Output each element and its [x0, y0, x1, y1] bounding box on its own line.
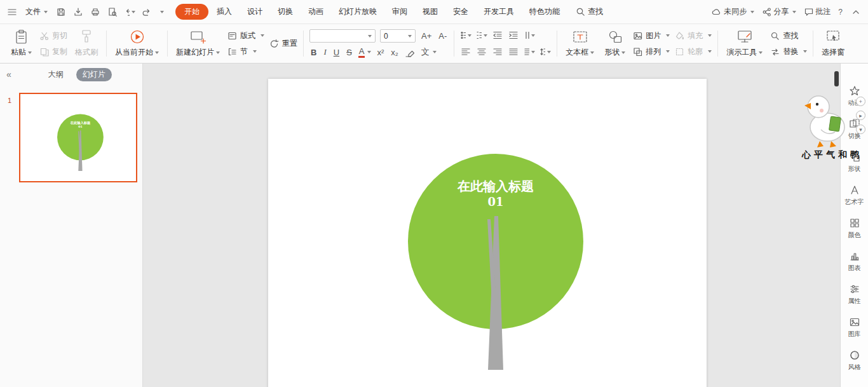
underline-button[interactable]: U: [332, 48, 341, 57]
file-menu[interactable]: 文件: [23, 6, 50, 17]
tab-design[interactable]: 设计: [240, 4, 269, 20]
undo-button[interactable]: [124, 6, 135, 18]
ribbon: 粘贴 剪切 复制 格式刷 从当前开始 新建幻灯片: [0, 24, 868, 64]
collapse-panel-button[interactable]: «: [6, 69, 11, 79]
align-right-button[interactable]: [492, 46, 503, 58]
picture-button[interactable]: 图片: [633, 31, 670, 41]
tab-transition[interactable]: 切换: [271, 4, 300, 20]
font-color-button[interactable]: A: [358, 46, 372, 58]
redo-button[interactable]: [141, 6, 153, 18]
play-from-current-button[interactable]: 从当前开始: [112, 28, 161, 59]
clear-format-button[interactable]: [404, 46, 416, 58]
tab-view[interactable]: 视图: [416, 4, 445, 20]
section-button[interactable]: 节: [227, 46, 264, 57]
help-button[interactable]: ?: [838, 8, 843, 17]
tab-review[interactable]: 审阅: [385, 4, 414, 20]
slide-subtitle[interactable]: 01: [487, 195, 503, 208]
mascot-add-button[interactable]: +: [856, 97, 865, 106]
superscript-button[interactable]: x²: [376, 48, 385, 57]
tab-slides-pane[interactable]: 幻灯片: [76, 68, 112, 81]
paragraph-group: [454, 26, 557, 61]
chevron-down-icon: [132, 11, 135, 13]
rightbar-color[interactable]: 颜色: [841, 217, 868, 250]
hamburger-menu-icon[interactable]: [6, 6, 18, 18]
scrollbar-thumb[interactable]: [834, 71, 839, 86]
print-icon[interactable]: [90, 6, 101, 18]
reset-label: 重置: [282, 38, 297, 49]
rightbar-properties[interactable]: 属性: [841, 283, 868, 316]
slide-thumbnail[interactable]: 在此输入标题 01: [19, 93, 137, 182]
decrease-indent-button[interactable]: [492, 30, 503, 41]
paste-button[interactable]: 粘贴: [8, 28, 34, 59]
justify-button[interactable]: [508, 46, 519, 58]
tab-security[interactable]: 安全: [446, 4, 475, 20]
cut-button[interactable]: 剪切: [39, 31, 67, 41]
outline-button[interactable]: 轮廓: [675, 46, 712, 57]
print-preview-icon[interactable]: [107, 6, 118, 18]
strikethrough-button[interactable]: S: [345, 48, 353, 57]
layout-button[interactable]: 版式: [227, 31, 264, 41]
section-icon: [227, 47, 237, 57]
textbox-button[interactable]: 文本框: [563, 28, 597, 59]
text-direction-button[interactable]: [524, 30, 535, 41]
slide-canvas[interactable]: 在此输入标题 01: [268, 79, 707, 387]
presentation-tools-button[interactable]: 演示工具: [724, 28, 765, 59]
shapes-button[interactable]: 形状: [602, 28, 628, 59]
distribute-button[interactable]: [524, 46, 535, 58]
reset-button[interactable]: 重置: [269, 38, 297, 49]
font-size-combobox[interactable]: 0: [380, 29, 416, 43]
font-name-combobox[interactable]: [309, 29, 376, 43]
sync-status[interactable]: 未同步: [711, 6, 754, 17]
share-button[interactable]: 分享: [762, 6, 796, 17]
find-button[interactable]: 查找: [770, 31, 807, 41]
assistant-mascot[interactable]: + ▸ ▾ 心平气和鸭: [802, 88, 868, 161]
tab-special-features[interactable]: 特色功能: [522, 4, 567, 20]
editing-canvas[interactable]: 在此输入标题 01: [143, 64, 840, 387]
phonetic-guide-button[interactable]: 文: [420, 46, 437, 58]
replace-button[interactable]: 替换: [770, 46, 807, 57]
copy-button[interactable]: 复制: [39, 46, 67, 57]
mascot-play-button[interactable]: ▸: [856, 111, 865, 120]
align-center-button[interactable]: [476, 46, 487, 58]
selection-pane-button[interactable]: 选择窗: [819, 28, 847, 59]
comment-button[interactable]: 批注: [804, 6, 831, 17]
align-left-button[interactable]: [460, 46, 471, 58]
arrange-button[interactable]: 排列: [633, 46, 670, 57]
tab-animation[interactable]: 动画: [301, 4, 330, 20]
bold-button[interactable]: B: [309, 48, 318, 57]
rightbar-chart[interactable]: 图表: [841, 250, 868, 283]
new-slide-button[interactable]: 新建幻灯片: [173, 28, 222, 59]
format-painter-button[interactable]: 格式刷: [72, 28, 100, 59]
tree-graphic[interactable]: 在此输入标题 01: [268, 79, 707, 387]
collapse-ribbon-icon[interactable]: [850, 6, 862, 18]
tab-devtools[interactable]: 开发工具: [477, 4, 521, 20]
tab-slideshow[interactable]: 幻灯片放映: [332, 4, 384, 20]
tab-insert[interactable]: 插入: [210, 4, 239, 20]
chevron-down-icon: [216, 51, 220, 54]
decrease-font-button[interactable]: A-: [437, 31, 448, 41]
increase-indent-button[interactable]: [508, 30, 519, 41]
more-commands-chevron-icon[interactable]: [160, 11, 164, 13]
line-spacing-button[interactable]: [539, 46, 551, 58]
tab-outline-pane[interactable]: 大纲: [42, 68, 70, 81]
rightbar-wordart[interactable]: 艺术字: [841, 184, 868, 217]
presentation-tools-icon: [737, 29, 752, 44]
export-icon[interactable]: [72, 6, 84, 18]
increase-font-button[interactable]: A+: [420, 31, 433, 41]
find-command[interactable]: 查找: [576, 6, 603, 17]
italic-button[interactable]: I: [322, 47, 327, 57]
subscript-button[interactable]: x₂: [390, 48, 400, 57]
fill-button[interactable]: 填充: [675, 31, 712, 41]
rightbar-style[interactable]: 风格: [841, 350, 868, 383]
bullets-button[interactable]: [460, 30, 471, 41]
titlebar: 文件 开始 插入 设计 切换 动画 幻灯片放映 审阅 视图 安全 开发工具: [0, 0, 868, 24]
chevron-down-icon: [666, 50, 670, 53]
slide-title[interactable]: 在此输入标题: [457, 179, 534, 194]
tab-home[interactable]: 开始: [175, 4, 208, 20]
rightbar-gallery[interactable]: 图库: [841, 316, 868, 350]
numbering-button[interactable]: [476, 30, 487, 41]
shapes-label: 形状: [604, 47, 620, 58]
chevron-down-icon: [547, 51, 551, 53]
save-icon[interactable]: [55, 6, 67, 18]
mascot-collapse-button[interactable]: ▾: [856, 125, 865, 134]
